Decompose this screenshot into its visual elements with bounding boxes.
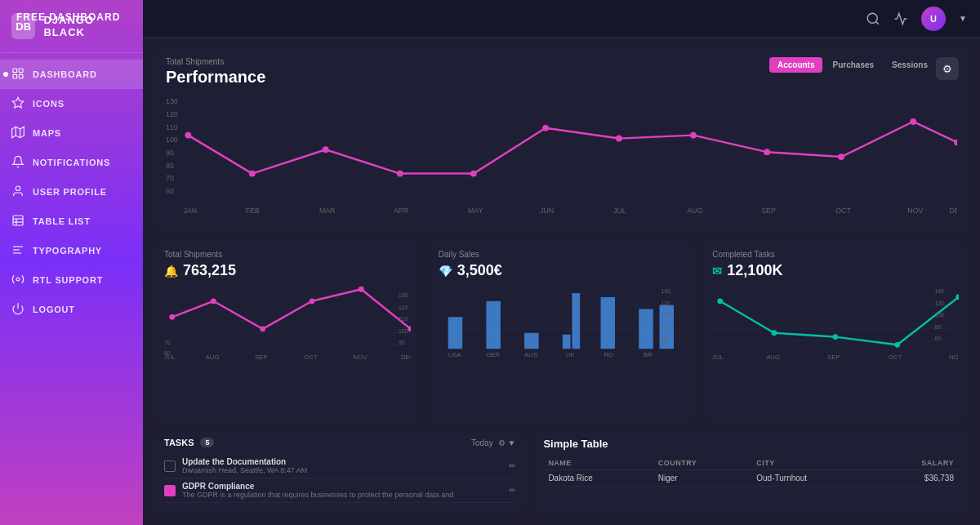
svg-text:100: 100 [166, 136, 178, 144]
svg-rect-92 [562, 335, 570, 349]
svg-point-39 [397, 171, 403, 177]
sidebar-item-table-list[interactable]: TABLE LIST [0, 207, 143, 236]
svg-point-41 [542, 125, 549, 131]
chart-settings-button[interactable]: ⚙ [936, 57, 959, 80]
power-icon [11, 302, 24, 317]
svg-text:130: 130 [399, 292, 408, 298]
svg-point-68 [310, 298, 315, 304]
sidebar: DB DJANGO BLACK DASHBOARD ICONS MAPS [0, 0, 143, 525]
cell-name: Dakota Rice [543, 470, 653, 487]
col-salary: SALARY [874, 456, 959, 470]
cell-city: Oud-Turnhout [751, 470, 873, 487]
svg-text:SEP: SEP [761, 207, 776, 215]
bell-icon [11, 155, 24, 170]
svg-text:NOV: NOV [354, 354, 368, 361]
table-icon [11, 214, 24, 229]
sidebar-item-label: ICONS [33, 99, 65, 109]
svg-rect-0 [13, 69, 17, 73]
svg-point-116 [895, 342, 901, 348]
sales-subtitle: Daily Sales [439, 250, 685, 259]
svg-text:120: 120 [166, 110, 178, 118]
task-checkbox-1[interactable] [164, 460, 176, 472]
task-desc-1: Dwuamish Head, Seattle, WA 8:47 AM [182, 466, 502, 474]
svg-point-44 [764, 149, 770, 155]
svg-text:100: 100 [935, 312, 945, 318]
svg-marker-5 [12, 127, 24, 137]
activity-button[interactable] [893, 11, 908, 26]
sidebar-item-icons[interactable]: ICONS [0, 89, 143, 118]
task-text-1: Update the Documentation Dwuamish Head, … [182, 457, 502, 474]
svg-point-69 [359, 287, 364, 292]
mini-card-shipments: Total Shipments 🔔 763,215 [154, 242, 421, 421]
tab-accounts[interactable]: Accounts [769, 57, 823, 73]
svg-point-45 [838, 153, 844, 160]
svg-text:130: 130 [166, 97, 178, 105]
svg-point-65 [169, 314, 175, 320]
shipments-value: 🔔 763,215 [164, 262, 411, 279]
table-row: Dakota Rice Niger Oud-Turnhout $36,738 [543, 470, 959, 487]
sidebar-item-user-profile[interactable]: USER PROFILE [0, 177, 143, 207]
svg-text:120: 120 [661, 300, 670, 306]
svg-text:80: 80 [164, 350, 171, 356]
svg-point-114 [772, 330, 777, 336]
sidebar-item-label: NOTIFICATIONS [33, 158, 110, 167]
tasks-chart: JUL AUG SEP OCT NOV 140 120 100 80 60 [712, 284, 959, 366]
chevron-down-icon[interactable]: ▼ [959, 14, 967, 23]
sidebar-item-logout[interactable]: LOGOUT [0, 295, 143, 324]
tab-sessions[interactable]: Sessions [884, 57, 936, 73]
content-area: Total Shipments Performance Accounts Pur… [143, 38, 980, 525]
sidebar-item-label: LOGOUT [33, 305, 75, 314]
svg-text:100: 100 [399, 328, 408, 334]
sidebar-item-label: TABLE LIST [33, 216, 91, 226]
svg-text:NOV: NOV [907, 207, 923, 215]
tab-purchases[interactable]: Purchases [824, 57, 882, 73]
task-edit-1[interactable]: ✏ [509, 461, 515, 470]
svg-rect-91 [524, 333, 539, 349]
performance-card: Total Shipments Performance Accounts Pur… [154, 47, 969, 234]
sidebar-item-dashboard[interactable]: DASHBOARD [0, 60, 143, 89]
svg-text:SEP: SEP [827, 354, 840, 361]
sidebar-item-typography[interactable]: TYPOGRAPHY [0, 236, 143, 265]
svg-text:140: 140 [935, 288, 945, 294]
tasks-count-badge: 5 [200, 438, 214, 447]
lower-row: TASKS 5 Today ⚙ ▼ Update the Documentati… [154, 429, 969, 515]
sidebar-item-label: MAPS [33, 128, 61, 138]
search-button[interactable] [866, 11, 880, 26]
svg-text:70: 70 [164, 340, 171, 345]
svg-text:90: 90 [166, 149, 174, 157]
svg-point-36 [185, 132, 191, 139]
task-row-2: GDPR Compliance The GDPR is a regulation… [164, 478, 515, 503]
task-edit-2[interactable]: ✏ [509, 486, 515, 495]
shipments-subtitle: Total Shipments [164, 250, 411, 259]
svg-rect-9 [13, 216, 23, 225]
tasks-value: ✉ 12,100K [712, 262, 959, 279]
svg-rect-3 [19, 74, 23, 78]
svg-text:80: 80 [935, 324, 942, 330]
mini-card-tasks: Completed Tasks ✉ 12,100K [702, 242, 969, 421]
sidebar-item-label: USER PROFILE [33, 187, 107, 197]
svg-point-115 [833, 334, 839, 340]
diamond-icon: 💎 [439, 265, 452, 278]
svg-text:90: 90 [399, 340, 405, 345]
svg-point-18 [867, 13, 877, 23]
sidebar-item-rtl-support[interactable]: RTL SUPPORT [0, 265, 143, 295]
simple-table: NAME COUNTRY CITY SALARY Dakota Rice Nig… [543, 456, 959, 487]
svg-text:JUL: JUL [613, 207, 626, 215]
svg-text:120: 120 [935, 300, 945, 306]
svg-text:OCT: OCT [835, 207, 851, 215]
tasks-menu-button[interactable]: ⚙ ▼ [498, 438, 516, 447]
sidebar-item-notifications[interactable]: NOTIFICATIONS [0, 148, 143, 177]
user-icon [11, 185, 24, 199]
svg-point-38 [323, 146, 329, 153]
svg-point-67 [260, 326, 265, 331]
svg-text:80: 80 [661, 324, 667, 330]
svg-text:70: 70 [166, 174, 174, 182]
svg-text:DEC: DEC [949, 207, 957, 215]
task-checkbox-2[interactable] [164, 485, 176, 496]
sidebar-item-maps[interactable]: MAPS [0, 118, 143, 148]
sales-value: 💎 3,500€ [439, 262, 685, 279]
task-name-1: Update the Documentation [182, 457, 502, 466]
active-indicator [3, 72, 8, 77]
svg-line-19 [876, 21, 879, 24]
avatar[interactable]: U [921, 7, 946, 31]
